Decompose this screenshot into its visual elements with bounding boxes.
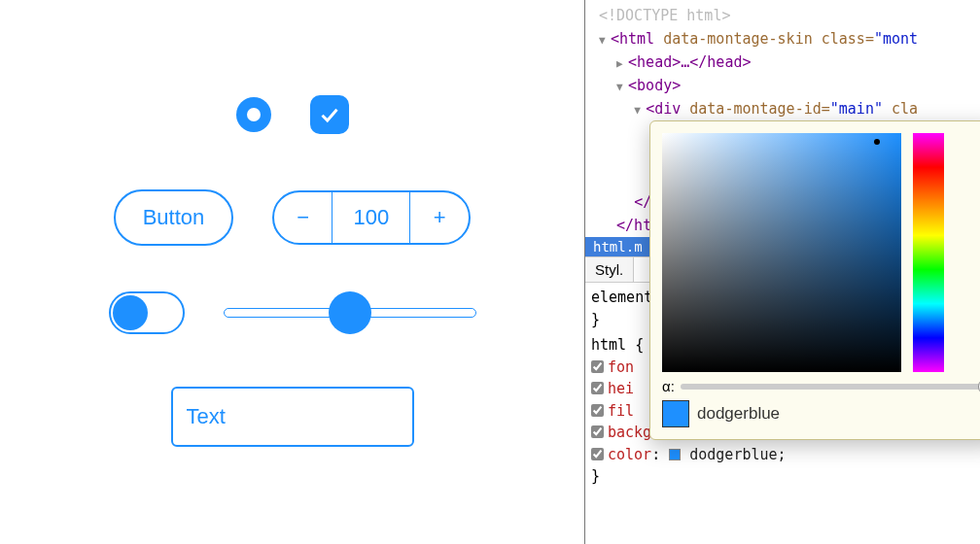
color-output: dodgerblue bbox=[662, 400, 980, 427]
checkmark-icon bbox=[318, 103, 341, 126]
tag-div-open: <div bbox=[646, 100, 681, 118]
slider[interactable] bbox=[224, 291, 476, 334]
prop-name[interactable]: fon bbox=[608, 358, 634, 376]
tag-html-open: <html bbox=[611, 30, 654, 48]
stepper-value[interactable]: 100 bbox=[332, 192, 410, 243]
color-swatch[interactable] bbox=[669, 449, 681, 460]
attr-val: "mont bbox=[874, 30, 918, 48]
output-color-name[interactable]: dodgerblue bbox=[697, 404, 780, 424]
prop-name[interactable]: hei bbox=[608, 380, 634, 397]
brace: } bbox=[591, 467, 600, 485]
saturation-value-field[interactable] bbox=[662, 133, 901, 372]
attr: data-montage-id= bbox=[681, 100, 830, 118]
doctype-line: <!DOCTYPE html> bbox=[599, 7, 730, 24]
alpha-row: α: bbox=[662, 378, 980, 394]
prop-toggle[interactable] bbox=[591, 425, 604, 438]
button[interactable]: Button bbox=[114, 189, 234, 246]
alpha-label: α: bbox=[662, 378, 675, 394]
tab-styles[interactable]: Styl. bbox=[585, 257, 634, 282]
attr: class= bbox=[813, 30, 874, 48]
prop-value[interactable]: dodgerblue; bbox=[689, 446, 786, 463]
output-swatch bbox=[662, 400, 689, 427]
brace: } bbox=[591, 311, 600, 328]
alpha-slider[interactable] bbox=[681, 384, 980, 390]
prop-toggle[interactable] bbox=[591, 448, 604, 460]
devtools-pane: <!DOCTYPE html> <html data-montage-skin … bbox=[585, 0, 980, 544]
row-sliders bbox=[0, 291, 584, 334]
colon: : bbox=[651, 446, 660, 463]
row-text: Text bbox=[0, 387, 584, 447]
row-buttons: Button − 100 + bbox=[0, 189, 584, 246]
text-input[interactable]: Text bbox=[171, 387, 414, 447]
selector: html bbox=[591, 336, 626, 354]
attr: cla bbox=[883, 100, 918, 118]
attr: data-montage-skin bbox=[654, 30, 813, 48]
row-toggles bbox=[0, 95, 584, 134]
ui-preview-pane: Button − 100 + Text bbox=[0, 0, 585, 544]
checkbox[interactable] bbox=[310, 95, 349, 134]
tag-head: <head>…</head> bbox=[628, 53, 751, 71]
color-picker-popover: α: dodgerblue bbox=[649, 120, 980, 440]
attr-val: "main" bbox=[830, 100, 883, 118]
tag-close: </ht bbox=[616, 217, 651, 234]
toggle-knob bbox=[113, 295, 148, 330]
stepper-increment[interactable]: + bbox=[410, 192, 469, 243]
hue-slider[interactable] bbox=[913, 133, 944, 372]
selector: element bbox=[591, 289, 652, 306]
prop-toggle[interactable] bbox=[591, 404, 604, 417]
expand-icon[interactable] bbox=[616, 55, 628, 73]
radio-button[interactable] bbox=[236, 97, 271, 132]
stepper-decrement[interactable]: − bbox=[274, 192, 332, 243]
toggle-switch[interactable] bbox=[109, 291, 185, 334]
tag-body: <body> bbox=[628, 77, 681, 94]
number-stepper: − 100 + bbox=[272, 190, 471, 245]
prop-name[interactable]: color bbox=[608, 446, 651, 463]
prop-name[interactable]: fil bbox=[608, 402, 634, 420]
slider-thumb[interactable] bbox=[329, 291, 371, 334]
expand-icon[interactable] bbox=[634, 102, 646, 119]
expand-icon[interactable] bbox=[616, 79, 628, 96]
radio-inner-dot bbox=[247, 108, 261, 121]
expand-icon[interactable] bbox=[599, 32, 611, 50]
prop-toggle[interactable] bbox=[591, 382, 604, 394]
prop-toggle[interactable] bbox=[591, 360, 604, 373]
